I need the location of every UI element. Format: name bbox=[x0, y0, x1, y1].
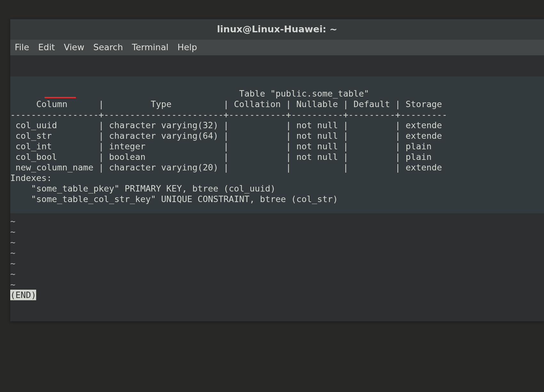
terminal-window: linux@Linux-Huawei: ~ File Edit View Sea… bbox=[10, 19, 544, 321]
pager-tilde: ~ bbox=[10, 248, 15, 258]
table-heading: Table "public.some_table" bbox=[10, 89, 369, 98]
indexes-label: Indexes: bbox=[10, 173, 52, 183]
table-row: new_column_name | character varying(20) … bbox=[10, 162, 442, 172]
window-title: linux@Linux-Huawei: ~ bbox=[10, 19, 544, 40]
menu-help[interactable]: Help bbox=[177, 42, 197, 52]
terminal-output[interactable]: Table "public.some_table" Column | Type … bbox=[10, 55, 544, 321]
pager-fill: ~ ~ ~ ~ ~ ~ ~ (END) bbox=[10, 213, 544, 300]
table-row: col_uuid | character varying(32) | | not… bbox=[10, 120, 442, 130]
table-row: col_int | integer | | not null | | plain bbox=[10, 141, 442, 151]
pager-tilde: ~ bbox=[10, 227, 15, 237]
menu-search[interactable]: Search bbox=[93, 42, 123, 52]
pager-tilde: ~ bbox=[10, 237, 15, 247]
pager-tilde: ~ bbox=[10, 258, 15, 268]
menubar: File Edit View Search Terminal Help bbox=[10, 40, 544, 55]
index-line: "some_table_pkey" PRIMARY KEY, btree (co… bbox=[10, 184, 276, 193]
table-row: col_str | character varying(64) | | not … bbox=[10, 131, 442, 141]
pager-tilde: ~ bbox=[10, 279, 15, 289]
menu-view[interactable]: View bbox=[64, 42, 84, 52]
table-row: col_bool | boolean | | not null | | plai… bbox=[10, 152, 442, 162]
table-header-row: Column | Type | Collation | Nullable | D… bbox=[10, 99, 442, 109]
psql-output-block: Table "public.some_table" Column | Type … bbox=[10, 76, 544, 213]
menu-terminal[interactable]: Terminal bbox=[132, 42, 168, 52]
index-line: "some_table_col_str_key" UNIQUE CONSTRAI… bbox=[10, 194, 338, 204]
pager-tilde: ~ bbox=[10, 216, 15, 226]
pager-tilde: ~ bbox=[10, 269, 15, 279]
table-divider: -----------------+----------------------… bbox=[10, 110, 447, 120]
menu-edit[interactable]: Edit bbox=[38, 42, 55, 52]
pager-end: (END) bbox=[10, 290, 36, 300]
menu-file[interactable]: File bbox=[15, 42, 29, 52]
